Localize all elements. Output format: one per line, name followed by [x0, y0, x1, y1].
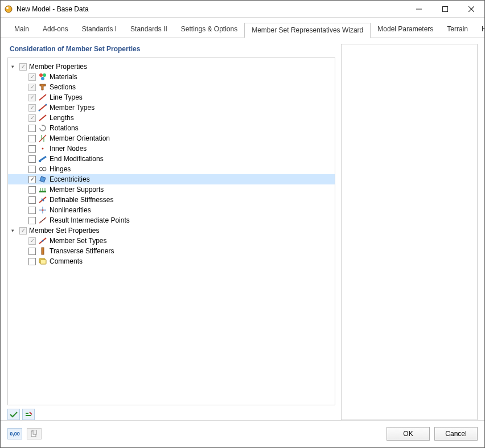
item-checkbox — [28, 237, 36, 245]
item-label: Nonlinearities — [50, 206, 91, 214]
tree-item-0-3[interactable]: Member Types — [8, 102, 335, 113]
tree-item-1-1[interactable]: Transverse Stiffeners — [8, 246, 335, 256]
tab-member-set-rep-wizard[interactable]: Member Set Representatives Wizard — [244, 23, 371, 38]
item-checkbox[interactable] — [28, 258, 36, 265]
svg-point-6 — [39, 73, 43, 77]
hinges-icon — [38, 165, 47, 174]
tab-history[interactable]: History — [475, 22, 485, 38]
group-label: Member Set Properties — [29, 227, 99, 235]
item-label: Line Types — [50, 93, 83, 101]
check-all-button[interactable] — [7, 409, 20, 420]
left-panel: Consideration of Member Set Properties ▾… — [7, 44, 335, 420]
tree-item-0-0[interactable]: Materials — [8, 72, 335, 82]
item-checkbox[interactable] — [28, 155, 36, 163]
svg-point-35 — [42, 240, 44, 242]
item-checkbox — [28, 73, 36, 81]
item-checkbox — [28, 94, 36, 101]
materials-icon — [38, 72, 47, 81]
close-button[interactable] — [458, 1, 484, 18]
tree-item-0-6[interactable]: Member Orientation — [8, 133, 335, 143]
uncheck-all-button[interactable] — [22, 409, 35, 420]
app-icon — [4, 5, 13, 14]
svg-point-1 — [6, 7, 9, 9]
tree-item-0-2[interactable]: Line Types — [8, 92, 335, 102]
svg-line-9 — [39, 94, 46, 100]
item-checkbox[interactable] — [28, 125, 36, 132]
item-checkbox[interactable] — [28, 196, 36, 204]
chevron-down-icon[interactable]: ▾ — [11, 228, 17, 233]
item-label: Hinges — [50, 165, 71, 173]
tree-group-0[interactable]: ▾Member Properties — [8, 61, 335, 72]
svg-point-8 — [41, 77, 44, 80]
group-checkbox — [19, 227, 27, 235]
item-label: Member Supports — [50, 186, 104, 194]
svg-point-20 — [43, 167, 46, 171]
minimize-button[interactable] — [406, 1, 432, 18]
item-label: Lengths — [50, 114, 74, 122]
chevron-down-icon[interactable]: ▾ — [11, 64, 17, 69]
svg-line-14 — [39, 135, 46, 142]
item-label: Transverse Stiffeners — [50, 247, 114, 255]
tree-item-0-10[interactable]: Eccentricities — [8, 174, 335, 184]
units-button[interactable]: 0,00 — [7, 428, 22, 439]
tree-item-0-11[interactable]: Member Supports — [8, 184, 335, 195]
tab-addons[interactable]: Add-ons — [36, 22, 75, 38]
svg-point-33 — [44, 219, 45, 220]
tree-item-0-8[interactable]: End Modifications — [8, 154, 335, 164]
orientation-icon — [38, 134, 47, 143]
svg-rect-22 — [39, 191, 46, 192]
tab-standards-2[interactable]: Standards II — [124, 22, 174, 38]
item-checkbox — [28, 84, 36, 91]
group-checkbox — [19, 63, 27, 71]
group-label: Member Properties — [29, 63, 87, 71]
tab-model-parameters[interactable]: Model Parameters — [371, 22, 440, 38]
item-checkbox[interactable] — [28, 207, 36, 214]
item-checkbox[interactable] — [28, 166, 36, 173]
tree-item-1-2[interactable]: Comments — [8, 256, 335, 266]
item-label: Member Set Types — [50, 237, 107, 245]
member-types-icon — [38, 103, 47, 112]
tree-item-1-0[interactable]: Member Set Types — [8, 236, 335, 246]
tab-standards-1[interactable]: Standards I — [75, 22, 124, 38]
stiffnesses-icon — [38, 195, 47, 204]
titlebar: New Model - Base Data — [1, 1, 484, 18]
member-set-types-icon — [38, 236, 47, 245]
tree-item-0-1[interactable]: Sections — [8, 82, 335, 92]
property-tree[interactable]: ▾Member PropertiesMaterialsSectionsLine … — [7, 57, 335, 405]
svg-point-32 — [42, 220, 43, 221]
tab-main[interactable]: Main — [7, 22, 36, 38]
tree-item-0-7[interactable]: Inner Nodes — [8, 143, 335, 154]
item-checkbox[interactable] — [28, 217, 36, 224]
tab-terrain[interactable]: Terrain — [440, 22, 475, 38]
ok-button[interactable]: OK — [387, 427, 430, 441]
item-checkbox[interactable] — [28, 176, 36, 183]
cancel-button[interactable]: Cancel — [434, 427, 478, 441]
tree-item-0-14[interactable]: Result Intermediate Points — [8, 215, 335, 225]
tab-settings-options[interactable]: Settings & Options — [174, 22, 244, 38]
item-label: Rotations — [50, 124, 79, 132]
item-label: Inner Nodes — [50, 145, 87, 153]
member-supports-icon — [38, 185, 47, 194]
svg-rect-18 — [39, 160, 41, 162]
tree-item-0-4[interactable]: Lengths — [8, 113, 335, 123]
clipboard-button[interactable] — [27, 428, 42, 439]
section-title: Consideration of Member Set Properties — [7, 44, 335, 57]
item-checkbox[interactable] — [28, 145, 36, 153]
item-checkbox[interactable] — [28, 248, 36, 255]
svg-point-31 — [40, 221, 42, 223]
tree-item-0-9[interactable]: Hinges — [8, 164, 335, 174]
tab-strip: Main Add-ons Standards I Standards II Se… — [1, 18, 484, 38]
tree-group-1[interactable]: ▾Member Set Properties — [8, 225, 335, 236]
transverse-icon — [38, 246, 47, 256]
item-checkbox[interactable] — [28, 186, 36, 194]
window-title: New Model - Base Data — [17, 5, 406, 13]
item-label: Eccentricities — [50, 175, 90, 183]
tree-item-0-12[interactable]: Definable Stiffnesses — [8, 195, 335, 205]
maximize-button[interactable] — [432, 1, 458, 18]
svg-point-7 — [43, 73, 46, 77]
item-label: End Modifications — [50, 155, 104, 163]
item-checkbox[interactable] — [28, 135, 36, 142]
tree-item-0-5[interactable]: Rotations — [8, 123, 335, 133]
item-checkbox — [28, 104, 36, 112]
tree-item-0-13[interactable]: Nonlinearities — [8, 205, 335, 215]
